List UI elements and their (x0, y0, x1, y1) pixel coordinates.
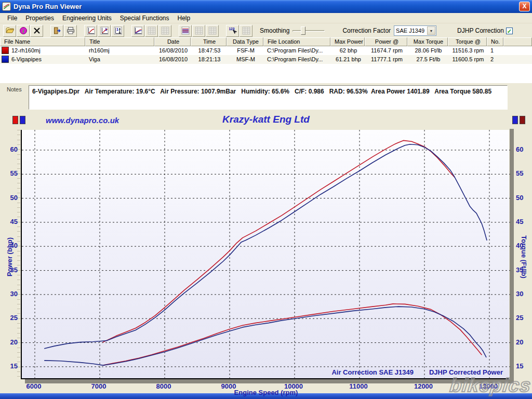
column-header-power-[interactable]: Power @ (365, 37, 407, 46)
data-grid-button (206, 25, 219, 37)
multi-overlay-icon (181, 26, 190, 35)
column-header-title[interactable]: Title (85, 37, 154, 46)
chevron-down-icon[interactable]: ▼ (427, 26, 435, 35)
svg-text:1: 1 (116, 28, 118, 31)
data-grid-button (158, 25, 171, 37)
svg-text:1: 1 (105, 28, 107, 31)
svg-text:123: 123 (229, 27, 234, 31)
menu-properties[interactable]: Properties (21, 14, 58, 23)
menu-file[interactable]: File (3, 14, 21, 23)
power-axis-tick: 25 (0, 314, 18, 322)
notes-box[interactable]: 6-Vigapipes.Dpr Air Temperature: 19.6°C … (29, 85, 508, 110)
chart-title: Krazy-katt Eng Ltd (0, 114, 532, 125)
graph-view-button[interactable] (84, 25, 97, 37)
notes-label: Notes (7, 86, 22, 92)
rpm-axis-tick: 6000 (16, 382, 52, 390)
graph-one-scale-button[interactable]: 1 (111, 25, 124, 37)
toolbar-group (50, 25, 77, 37)
table-cell: 62 bhp (330, 46, 365, 55)
run-info-button[interactable]: i (17, 25, 30, 37)
column-header-file-location[interactable]: File Location (263, 37, 330, 46)
power-axis-tick: 60 (0, 145, 18, 153)
column-header-torque-[interactable]: Torque @ (448, 37, 487, 46)
pointer-123-icon: 123 (229, 26, 237, 35)
bikepics-watermark: bikepics (449, 375, 532, 396)
torque-axis-tick: 20 (516, 338, 532, 346)
run-color-swatch (2, 56, 9, 63)
y-axis-label-power: Power (bhp) (6, 221, 14, 294)
table-cell: 1 (487, 46, 503, 55)
menu-special-functions[interactable]: Special Functions (116, 14, 174, 23)
toolbar: i11123 Smoothing Correction Factor SAE J… (0, 24, 532, 37)
column-header-file-name[interactable]: File Name (0, 37, 85, 46)
exit-button[interactable] (50, 25, 63, 37)
table-cell: 2 (487, 55, 503, 64)
torque-axis-tick: 55 (516, 169, 532, 177)
column-header-time[interactable]: Time (191, 37, 227, 46)
correction-factor-label: Correction Factor (342, 27, 391, 34)
chart-area: www.dynapro.co.uk Krazy-katt Eng Ltd Air… (0, 112, 532, 393)
overlay-graph-button[interactable] (131, 25, 144, 37)
data-grid-button (240, 25, 252, 37)
column-header-max-torque[interactable]: Max Torque (407, 37, 448, 46)
table-cell: C:\Program Files\Dy... (263, 46, 330, 55)
table-row[interactable]: 6-VigapipesViga16/08/201018:21:13MSF-MC:… (0, 55, 532, 64)
column-header-max-power[interactable]: Max Power (330, 37, 365, 46)
table-cell: 27.5 Ft/lb (407, 55, 448, 64)
title-bar: Dyna Pro Run Viewer X (0, 0, 532, 13)
graph-view-icon (87, 26, 95, 35)
table-cell: 11600.5 rpm (448, 55, 487, 64)
table-cell: 12-rh160mj (0, 46, 85, 55)
table-cell: Viga (85, 55, 154, 64)
data-grid-icon (148, 26, 156, 35)
print-button[interactable] (64, 25, 77, 37)
table-cell: C:\Program Files\Dy... (263, 55, 330, 64)
column-header-date[interactable]: Date (154, 37, 191, 46)
graph-one-icon: 1 (100, 26, 109, 35)
pointer-123-button[interactable]: 123 (226, 25, 239, 37)
power-axis-tick: 55 (0, 169, 18, 177)
app-icon (2, 2, 11, 11)
power-axis-tick: 50 (0, 194, 18, 202)
plot-shadow-right (510, 129, 514, 383)
table-cell: MSF-M (227, 55, 263, 64)
menu-help[interactable]: Help (174, 14, 195, 23)
toolbar-group: i (3, 25, 44, 37)
correction-factor-select[interactable]: SAE J1349 ▼ (394, 25, 436, 36)
smoothing-slider[interactable] (292, 26, 325, 35)
data-grid-button (145, 25, 158, 37)
multi-overlay-button[interactable] (179, 25, 192, 37)
djhp-correction-checkbox[interactable]: ✓ (506, 28, 513, 34)
y-axis-label-torque: Torque (Ft/lb) (520, 221, 528, 294)
data-grid-icon (242, 26, 250, 35)
slider-thumb[interactable] (301, 26, 305, 35)
table-header-row: File NameTitleDateTimeData TypeFile Loca… (0, 37, 532, 46)
open-folder-button[interactable] (3, 25, 16, 37)
window-title: Dyna Pro Run Viewer (14, 3, 519, 10)
x-axis-label: Engine Speed (rpm) (162, 389, 370, 396)
delete-run-button[interactable] (30, 25, 43, 37)
column-header-spacer (503, 37, 532, 46)
chart-canvas (22, 130, 510, 379)
table-row[interactable]: 12-rh160mjrh160mj16/08/201018:47:53FSF-M… (0, 46, 532, 55)
torque-axis-tick: 15 (516, 362, 532, 370)
graph-one-button[interactable]: 1 (98, 25, 111, 37)
menu-engineering-units[interactable]: Engineering Units (58, 14, 116, 23)
close-button[interactable]: X (519, 2, 530, 11)
data-grid-icon (161, 26, 169, 35)
table-cell: 11674.7 rpm (365, 46, 407, 55)
column-header-data-type[interactable]: Data Type (227, 37, 263, 46)
delete-run-icon (33, 26, 41, 35)
run-info-icon: i (19, 26, 28, 35)
app-window: Dyna Pro Run Viewer X File Properties En… (0, 0, 532, 399)
table-cell: 18:47:53 (191, 46, 227, 55)
toolbar-group (179, 25, 219, 37)
table-cell: 28.06 Ft/lb (407, 46, 448, 55)
table-cell: FSF-M (227, 46, 263, 55)
rpm-axis-tick: 7000 (81, 382, 117, 390)
correction-factor-value: SAE J1349 (394, 28, 427, 34)
notes-text: 6-Vigapipes.Dpr Air Temperature: 19.6°C … (32, 88, 504, 95)
plot-area: Air Correction SAE J1349 DJHP Corrected … (21, 130, 509, 379)
column-header-no-[interactable]: No. (487, 37, 503, 46)
data-grid-icon (208, 26, 217, 35)
